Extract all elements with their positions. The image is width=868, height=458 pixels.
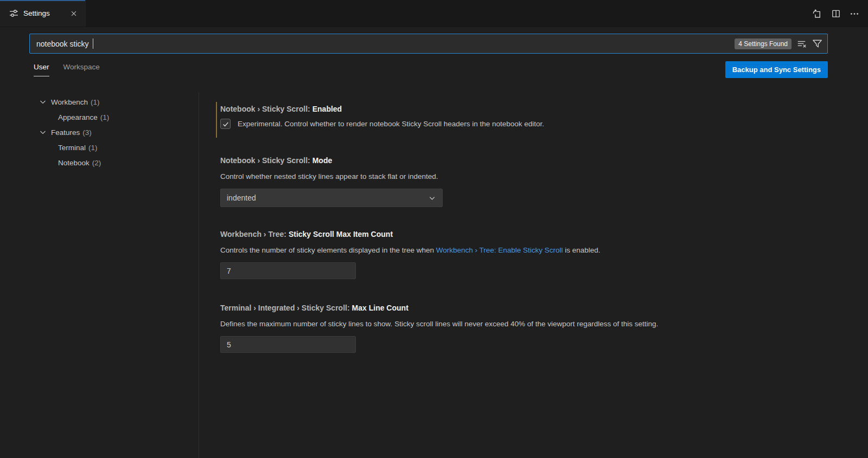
setting-name: Sticky Scroll Max Item Count [289,230,393,238]
setting-notebook-sticky-scroll-mode: Notebook › Sticky Scroll:Mode Control wh… [220,155,852,207]
toc-label: Features [51,128,80,137]
tab-settings[interactable]: Settings [0,0,86,27]
description-text: is enabled. [563,246,601,254]
max-line-count-input[interactable] [220,336,356,353]
setting-description: Control whether nested sticky lines appe… [220,171,852,182]
search-query-text: notebook sticky [36,40,91,48]
setting-category: Terminal › Integrated › Sticky Scroll: [220,304,350,312]
tab-title: Settings [23,9,50,17]
toc-count: (1) [91,98,100,106]
setting-title: Notebook › Sticky Scroll:Mode [220,155,852,166]
settings-list: Notebook › Sticky Scroll:Enabled Experim… [199,92,868,458]
toc-item-terminal[interactable]: Terminal (1) [0,140,199,155]
setting-terminal-sticky-scroll-max-line-count: Terminal › Integrated › Sticky Scroll:Ma… [220,302,852,353]
description-text: Controls the number of sticky elements d… [220,246,436,254]
setting-title: Workbench › Tree:Sticky Scroll Max Item … [220,229,852,240]
open-settings-json-icon[interactable] [812,9,822,19]
settings-search-input[interactable]: notebook sticky 4 Settings Found [29,34,828,54]
chevron-down-icon [428,194,436,202]
toc-label: Workbench [51,98,88,106]
setting-description: Experimental. Control whether to render … [238,120,544,128]
close-tab-icon[interactable] [69,9,79,18]
clear-search-filters-icon[interactable] [797,39,807,49]
toc-count: (1) [88,144,98,152]
setting-name: Enabled [312,105,342,113]
scope-tab-user[interactable]: User [34,63,49,76]
toc-label: Appearance [58,113,98,121]
select-value: indented [227,193,256,202]
search-controls: 4 Settings Found [735,38,822,49]
settings-scope-tabs: User Workspace [34,63,100,76]
chevron-down-icon [39,128,47,137]
setting-name: Mode [312,156,333,165]
toc-count: (2) [92,159,101,167]
setting-description: Defines the maximum number of sticky lin… [220,319,852,330]
chevron-down-icon [39,98,47,106]
toc-count: (3) [82,128,92,137]
editor-actions [812,0,859,27]
toc-item-notebook[interactable]: Notebook (2) [0,155,199,170]
setting-notebook-sticky-scroll-enabled: Notebook › Sticky Scroll:Enabled Experim… [220,104,852,129]
backup-sync-settings-button[interactable]: Backup and Sync Settings [725,61,828,78]
filter-icon[interactable] [812,38,822,49]
settings-toc-tree: Workbench (1) Appearance (1) Features (3… [0,94,199,170]
setting-description: Controls the number of sticky elements d… [220,245,852,256]
scope-tab-workspace[interactable]: Workspace [63,63,100,76]
setting-category: Workbench › Tree: [220,230,286,238]
toc-item-features[interactable]: Features (3) [0,125,199,140]
results-count-badge: 4 Settings Found [735,38,792,49]
editor-tab-bar: Settings [0,0,868,27]
toc-label: Terminal [58,144,86,152]
setting-title: Notebook › Sticky Scroll:Enabled [220,104,852,114]
toc-label: Notebook [58,159,90,167]
split-editor-icon[interactable] [831,9,841,18]
setting-category: Notebook › Sticky Scroll: [220,156,310,165]
setting-tree-sticky-scroll-max-item-count: Workbench › Tree:Sticky Scroll Max Item … [220,229,852,279]
mode-select-dropdown[interactable]: indented [220,189,443,207]
setting-link[interactable]: Workbench › Tree: Enable Sticky Scroll [436,246,563,254]
toc-item-workbench[interactable]: Workbench (1) [0,94,199,109]
setting-name: Max Line Count [352,304,409,312]
toc-item-appearance[interactable]: Appearance (1) [0,109,199,125]
text-caret [93,38,93,49]
settings-sliders-icon [9,9,18,18]
more-actions-icon[interactable] [850,9,859,18]
max-item-count-input[interactable] [220,262,356,279]
toc-count: (1) [100,113,110,121]
checkbox-checked[interactable] [220,119,231,129]
setting-category: Notebook › Sticky Scroll: [220,105,310,113]
setting-title: Terminal › Integrated › Sticky Scroll:Ma… [220,302,852,313]
setting-control-row: Experimental. Control whether to render … [220,119,852,129]
